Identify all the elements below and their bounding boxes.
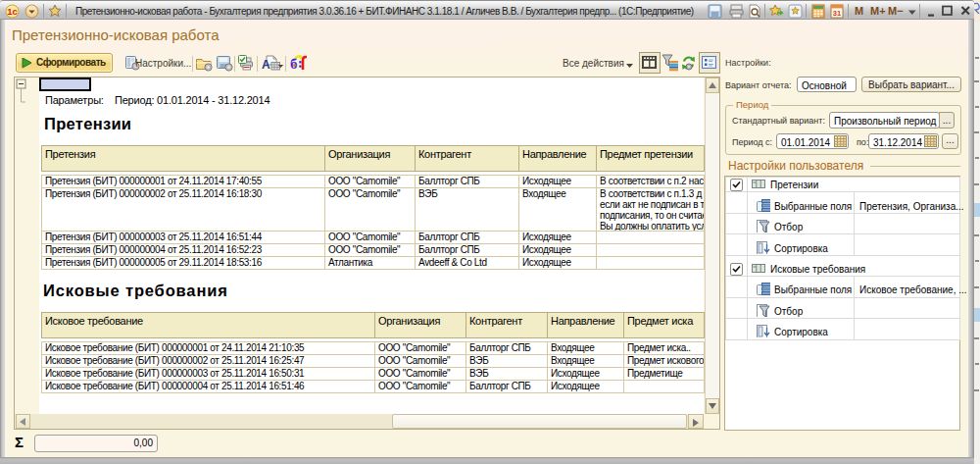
svg-text:A: A [262, 58, 270, 72]
svg-text:31: 31 [833, 9, 841, 18]
svg-text:1с: 1с [7, 6, 18, 17]
